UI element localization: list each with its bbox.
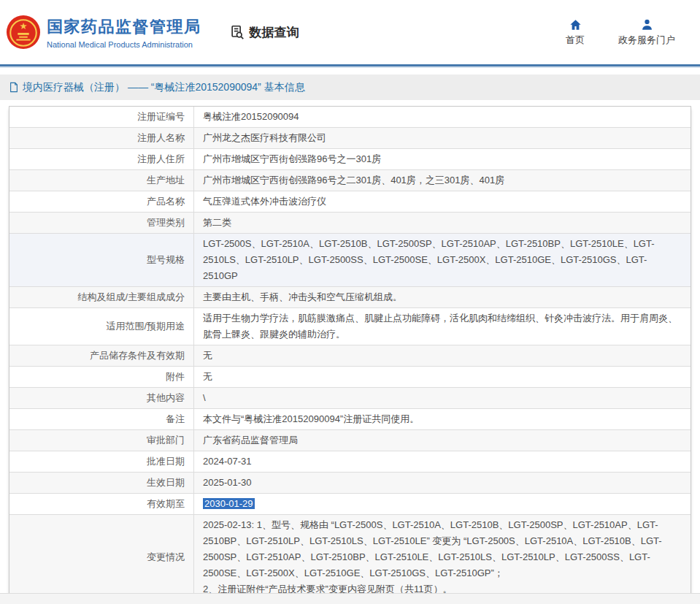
table-row-remarks: 备注本文件与“粤械注准20152090094”注册证共同使用。 [9,408,691,429]
table-row-model-spec: 型号规格LGT-2500S、LGT-2510A、LGT-2510B、LGT-25… [9,233,691,286]
row-value-other-content: \ [194,388,691,408]
main-content: 注册证编号粤械注准20152090094注册人名称广州龙之杰医疗科技有限公司注册… [0,100,700,604]
row-value-structure-composition: 主要由主机、手柄、冲击头和空气压缩机组成。 [194,287,691,307]
row-value-remarks: 本文件与“粤械注准20152090094”注册证共同使用。 [194,409,691,429]
table-row-registration-no: 注册证编号粤械注准20152090094 [9,107,691,127]
site-header: ★ 国家药品监督管理局 National Medical Products Ad… [0,0,700,64]
logo-text: 国家药品监督管理局 National Medical Products Admi… [47,16,201,49]
row-value-intended-use: 适用于生物力学疗法，肌筋膜激痛点、肌腱止点功能障碍，活化肌肉和结缔组织、针灸冲击… [194,308,691,345]
row-label-attachment: 附件 [9,367,194,387]
nav-home[interactable]: 首页 [566,18,585,47]
table-row-attachment: 附件无 [9,366,691,387]
row-label-production-address: 生产地址 [9,170,194,191]
data-query-section[interactable]: 数据查询 [229,24,299,41]
change-line: 2025-02-13: 1、型号、规格由 “LGT-2500S、LGT-2510… [203,517,680,581]
row-value-registrant-name: 广州龙之杰医疗科技有限公司 [194,128,691,148]
breadcrumb: 境内医疗器械（注册） —— “粤械注准20152090094” 基本信息 [0,74,700,100]
row-label-changes: 变更情况 [9,515,194,600]
nmpa-logo[interactable]: ★ 国家药品监督管理局 National Medical Products Ad… [6,15,201,50]
table-row-registrant-address: 注册人住所广州市增城区宁西街创强路96号之一301房 [9,148,691,169]
row-value-registrant-address: 广州市增城区宁西街创强路96号之一301房 [194,149,691,169]
nav-gov-portal-label: 政务服务门户 [618,34,675,47]
footer-band [0,593,700,604]
svg-text:★: ★ [19,21,27,31]
row-label-remarks: 备注 [9,409,194,429]
table-row-management-class: 管理类别第二类 [9,212,691,233]
row-value-valid-until: 2030-01-29 [194,494,691,514]
nav-gov-portal[interactable]: 政务服务门户 [618,18,675,47]
row-label-structure-composition: 结构及组成/主要组成成分 [9,287,194,307]
row-value-attachment: 无 [194,367,691,387]
row-label-intended-use: 适用范围/预期用途 [9,308,194,345]
data-query-label: 数据查询 [250,24,299,41]
document-icon [9,82,19,93]
home-icon [569,18,582,31]
row-value-approval-date: 2024-07-31 [194,451,691,472]
user-icon [640,18,654,31]
row-label-valid-until: 有效期至 [9,494,194,514]
row-value-registration-no: 粤械注准20152090094 [194,107,691,127]
registration-info-table: 注册证编号粤械注准20152090094注册人名称广州龙之杰医疗科技有限公司注册… [9,106,691,604]
document-search-icon [229,24,245,40]
table-row-structure-composition: 结构及组成/主要组成成分主要由主机、手柄、冲击头和空气压缩机组成。 [9,286,691,307]
row-value-production-address: 广州市增城区宁西街创强路96号之二301房、401房，之三301房、401房 [194,170,691,191]
table-row-effective-date: 生效日期2025-01-30 [9,472,691,493]
header-rule-light [0,66,700,68]
table-row-approval-dept: 审批部门广东省药品监督管理局 [9,429,691,451]
row-value-storage-validity: 无 [194,345,691,366]
row-label-approval-date: 批准日期 [9,451,194,472]
row-label-other-content: 其他内容 [9,388,194,408]
row-label-registrant-name: 注册人名称 [9,128,194,148]
row-value-changes: 2025-02-13: 1、型号、规格由 “LGT-2500S、LGT-2510… [194,515,691,600]
table-row-product-name: 产品名称气压弹道式体外冲击波治疗仪 [9,191,691,212]
table-row-intended-use: 适用范围/预期用途适用于生物力学疗法，肌筋膜激痛点、肌腱止点功能障碍，活化肌肉和… [9,307,691,345]
row-label-storage-validity: 产品储存条件及有效期 [9,345,194,366]
nav-home-label: 首页 [566,34,585,47]
table-row-production-address: 生产地址广州市增城区宁西街创强路96号之二301房、401房，之三301房、40… [9,169,691,191]
row-value-product-name: 气压弹道式体外冲击波治疗仪 [194,191,691,212]
selected-text: 2030-01-29 [203,498,255,509]
table-row-registrant-name: 注册人名称广州龙之杰医疗科技有限公司 [9,127,691,148]
table-row-approval-date: 批准日期2024-07-31 [9,451,691,472]
row-label-product-name: 产品名称 [9,191,194,212]
table-row-other-content: 其他内容\ [9,387,691,408]
row-value-approval-dept: 广东省药品监督管理局 [194,430,691,451]
row-label-management-class: 管理类别 [9,213,194,233]
table-row-valid-until: 有效期至2030-01-29 [9,493,691,514]
table-row-storage-validity: 产品储存条件及有效期无 [9,345,691,366]
top-nav: 首页 政务服务门户 [566,18,675,47]
row-label-effective-date: 生效日期 [9,473,194,493]
site-subtitle: National Medical Products Administration [47,40,201,49]
row-label-registrant-address: 注册人住所 [9,149,194,169]
table-row-changes: 变更情况2025-02-13: 1、型号、规格由 “LGT-2500S、LGT-… [9,514,691,600]
breadcrumb-text: 境内医疗器械（注册） —— “粤械注准20152090094” 基本信息 [23,81,305,94]
row-value-effective-date: 2025-01-30 [194,473,691,493]
row-value-model-spec: LGT-2500S、LGT-2510A、LGT-2510B、LGT-2500SP… [194,234,691,286]
row-value-management-class: 第二类 [194,213,691,233]
national-emblem-icon: ★ [6,15,41,50]
site-title: 国家药品监督管理局 [47,16,201,38]
row-label-registration-no: 注册证编号 [9,107,194,127]
row-label-approval-dept: 审批部门 [9,430,194,451]
row-label-model-spec: 型号规格 [9,234,194,286]
